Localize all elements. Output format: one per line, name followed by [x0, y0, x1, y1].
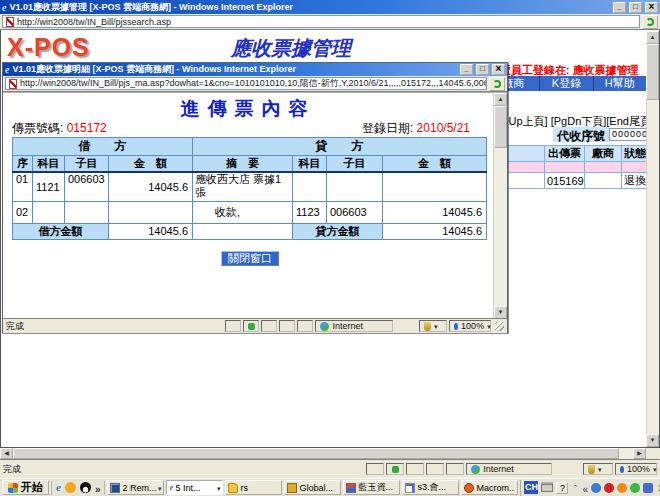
taskbar-button-folder[interactable]: rs: [225, 480, 282, 495]
scroll-up-icon[interactable]: [494, 93, 507, 106]
zoom-panel[interactable]: 100%: [615, 463, 657, 475]
safely-remove-icon[interactable]: [571, 483, 579, 493]
register-date-value: 2010/5/21: [417, 121, 470, 135]
minimize-icon[interactable]: [613, 2, 626, 13]
taskbar-button-label: Macrom...: [476, 483, 515, 493]
scroll-thumb[interactable]: [646, 44, 659, 100]
taskbar-button-document[interactable]: s3.會...: [402, 480, 459, 495]
desktop: V1.01應收票據管理 [X-POS 雲端商務網] - Windows Inte…: [0, 0, 660, 496]
tray-network-icon[interactable]: [643, 483, 653, 493]
credit-total-label: 貸方金額: [293, 223, 383, 239]
scroll-thumb[interactable]: [494, 106, 507, 148]
filter-cell: [545, 162, 585, 173]
main-vertical-scrollbar[interactable]: [646, 31, 659, 447]
tray-messenger-icon[interactable]: [591, 483, 601, 493]
start-button[interactable]: 开始: [2, 480, 49, 495]
messenger-icon[interactable]: [65, 482, 76, 493]
register-date: 登錄日期: 2010/5/21: [362, 120, 470, 137]
close-icon[interactable]: [645, 2, 658, 13]
ie-icon: [5, 64, 9, 75]
start-label: 开始: [21, 480, 43, 495]
taskbar-button-lanyu[interactable]: 藍玉資...: [343, 480, 400, 495]
hscroll-thumb[interactable]: [13, 448, 619, 459]
popup-status-bar: 完成 Internet 100%: [3, 318, 507, 333]
tray-qq-icon[interactable]: [604, 483, 614, 493]
debit-total-label: 借方金額: [13, 223, 109, 239]
tray-app-icon[interactable]: [617, 483, 627, 493]
resize-grip[interactable]: [495, 322, 504, 331]
chevron-collapse-icon[interactable]: [582, 479, 588, 496]
help-icon[interactable]: [556, 482, 568, 494]
column-header-row: 序 科目 子目 金 額 摘 要 科目 子目 金 額: [13, 156, 487, 173]
chevron-down-icon: [598, 464, 602, 474]
refresh-button[interactable]: [489, 77, 505, 91]
minimize-icon[interactable]: [460, 64, 473, 75]
main-horizontal-scrollbar[interactable]: [0, 448, 646, 459]
security-zone-panel: Internet: [315, 320, 393, 332]
scroll-left-icon[interactable]: [0, 448, 13, 459]
magnifier-icon: [454, 323, 458, 330]
xpos-logo: X-POS: [7, 33, 90, 62]
close-window-button[interactable]: 關閉窗口: [221, 251, 279, 266]
zoom-panel[interactable]: 100%: [449, 320, 491, 332]
collect-serial-input[interactable]: 000000: [609, 128, 647, 141]
taskbar-button-ie-group[interactable]: 5 Int...: [166, 480, 223, 495]
scroll-up-icon[interactable]: [646, 31, 659, 44]
main-titlebar[interactable]: V1.01應收票據管理 [X-POS 雲端商務網] - Windows Inte…: [0, 0, 660, 14]
popup-page: 進傳票內容 傳票號碼: 015172 登錄日期: 2010/5/21 借 方 貸…: [3, 92, 507, 318]
status-segment: [366, 463, 384, 475]
taskbar-button-label: 2 Rem...: [122, 483, 155, 493]
page-error-icon: [6, 17, 14, 27]
protected-mode-panel[interactable]: [419, 320, 447, 332]
taskbar-button-remote-group[interactable]: 2 Rem...: [107, 480, 164, 495]
qq-icon[interactable]: [80, 482, 91, 493]
totals-memo-cell: [193, 223, 293, 239]
status-segment: [261, 320, 277, 332]
scroll-down-icon[interactable]: [494, 306, 507, 318]
ie-icon[interactable]: [56, 482, 61, 493]
cell-out-voucher: 015169: [545, 173, 585, 189]
tray-scheduler-icon[interactable]: [630, 483, 640, 493]
cell-credit-amount: 14045.6: [383, 201, 487, 223]
ie-icon: [169, 482, 173, 493]
taskbar-button-macromedia[interactable]: Macrom...: [461, 480, 518, 495]
maximize-icon[interactable]: [476, 64, 489, 75]
popup-titlebar[interactable]: V1.01應收票據明細 [X-POS 雲端商務網] - Windows Inte…: [3, 63, 507, 76]
printer-icon[interactable]: [541, 484, 553, 492]
scroll-down-icon[interactable]: [646, 434, 659, 447]
popup-address-input[interactable]: http://win2008/tw/IN_Bill/pjs_ma.asp?dow…: [5, 77, 487, 90]
macromedia-icon: [464, 483, 474, 493]
status-segment: [243, 320, 259, 332]
collect-serial-label: 代收序號: [553, 127, 609, 142]
windows-flag-icon: [8, 483, 18, 493]
credit-group-header: 貸 方: [193, 138, 487, 156]
ie-icon: [2, 2, 6, 13]
menu-item-login[interactable]: K登錄: [540, 76, 593, 91]
system-tray: CH 15:45: [520, 480, 660, 496]
scroll-right-icon[interactable]: [633, 448, 646, 459]
col-memo: 摘 要: [193, 156, 293, 173]
refresh-button[interactable]: [642, 15, 658, 29]
popup-vertical-scrollbar[interactable]: [493, 93, 507, 318]
status-segment: [279, 320, 295, 332]
taskbar-button-label: rs: [240, 483, 248, 493]
voucher-no-label: 傳票號碼:: [12, 121, 63, 135]
group-header-row: 借 方 貸 方: [13, 138, 487, 156]
protected-mode-panel[interactable]: [583, 463, 613, 475]
cell-credit-account: [293, 172, 327, 201]
main-address-input[interactable]: http://win2008/tw/IN_Bill/pjssearch.asp: [2, 15, 640, 28]
taskbar-button-label: 5 Int...: [175, 483, 200, 493]
language-indicator[interactable]: CH: [524, 481, 538, 494]
main-address-bar: http://win2008/tw/IN_Bill/pjssearch.asp: [0, 14, 660, 30]
menu-item-help[interactable]: H幫助: [594, 76, 647, 91]
chevron-more-icon[interactable]: [95, 479, 101, 496]
col-debit-sub: 子目: [65, 156, 109, 173]
close-icon[interactable]: [492, 64, 505, 75]
cell-debit-account: [33, 201, 65, 223]
maximize-icon[interactable]: [629, 2, 642, 13]
filter-cell: [585, 162, 622, 173]
status-segment: [446, 463, 464, 475]
taskbar-button-label: Global...: [299, 483, 333, 493]
document-icon: [405, 483, 415, 493]
taskbar-button-global[interactable]: Global...: [284, 480, 341, 495]
